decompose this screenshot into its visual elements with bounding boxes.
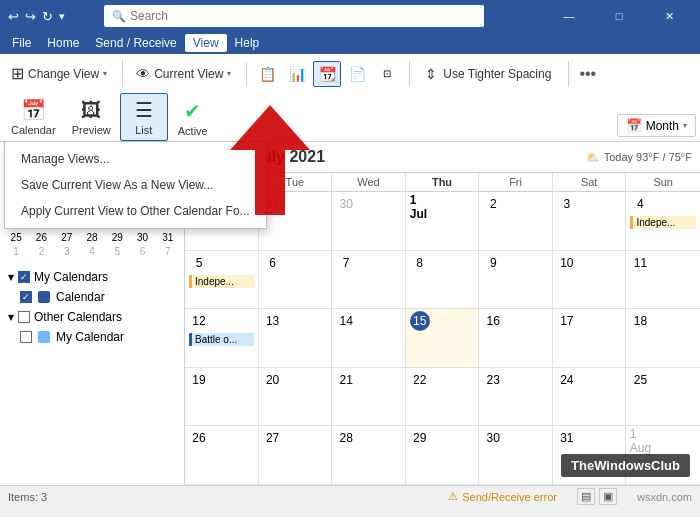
cal-cell[interactable]: 7	[332, 251, 406, 309]
other-calendar-item[interactable]: My Calendar	[8, 328, 176, 346]
forward-icon[interactable]: ↪	[25, 9, 36, 24]
cal-date[interactable]: 15	[410, 311, 430, 331]
my-calendars-checkbox[interactable]: ✓	[18, 271, 30, 283]
close-button[interactable]: ✕	[646, 0, 692, 32]
maximize-button[interactable]: □	[596, 0, 642, 32]
search-box[interactable]: 🔍	[104, 5, 484, 27]
tighter-spacing-button[interactable]: ⇕ Use Tighter Spacing	[416, 61, 560, 87]
cal-date[interactable]: 21	[336, 370, 356, 390]
cal-cell[interactable]: 23	[479, 368, 553, 426]
cal-date[interactable]: 5	[189, 253, 209, 273]
cal-cell[interactable]: 29	[259, 192, 333, 250]
mini-cal-day[interactable]: 4	[80, 245, 104, 258]
cal-cell[interactable]: 16	[479, 309, 553, 367]
cal-cell[interactable]: 27	[259, 426, 333, 484]
mini-cal-day[interactable]: 31	[156, 231, 180, 244]
cal-date[interactable]: 30	[336, 194, 356, 214]
layout-icon-1[interactable]: ▤	[577, 488, 595, 505]
calendar-item[interactable]: ✓ Calendar	[8, 288, 176, 306]
other-calendars-checkbox[interactable]	[18, 311, 30, 323]
cal-date[interactable]: 12	[189, 311, 209, 331]
cal-date[interactable]: 22	[410, 370, 430, 390]
current-view-button[interactable]: 👁 Current View ▾	[129, 62, 238, 86]
cal-date[interactable]: 26	[189, 428, 209, 448]
cal-date[interactable]: 17	[557, 311, 577, 331]
search-input[interactable]	[130, 9, 476, 23]
cal-date[interactable]: 30	[483, 428, 503, 448]
cal-cell[interactable]: 11	[626, 251, 700, 309]
cal-cell[interactable]: 19	[185, 368, 259, 426]
cal-cell[interactable]: 29	[406, 426, 480, 484]
mini-cal-day[interactable]: 6	[130, 245, 154, 258]
mini-cal-day[interactable]: 2	[29, 245, 53, 258]
layout-icon-2[interactable]: ▣	[599, 488, 617, 505]
menu-view[interactable]: View	[185, 34, 227, 52]
cal-cell[interactable]: 9	[479, 251, 553, 309]
cal-cell[interactable]: 12Battle o...	[185, 309, 259, 367]
cal-date[interactable]: 3	[557, 194, 577, 214]
cal-date[interactable]: 11	[630, 253, 650, 273]
cal-date[interactable]: 29	[410, 428, 430, 448]
cal-cell[interactable]: 3	[553, 192, 627, 250]
menu-send-receive[interactable]: Send / Receive	[87, 34, 184, 52]
cal-date[interactable]: 19	[189, 370, 209, 390]
cal-cell[interactable]: 28	[332, 426, 406, 484]
cal-cell[interactable]: 8	[406, 251, 480, 309]
mini-cal-day[interactable]: 27	[55, 231, 79, 244]
cal-cell[interactable]: 5Indepe...	[185, 251, 259, 309]
mini-cal-day[interactable]: 7	[156, 245, 180, 258]
cal-date[interactable]: 27	[263, 428, 283, 448]
mini-cal-day[interactable]: 30	[130, 231, 154, 244]
overflow-icon[interactable]: ▾	[59, 10, 65, 23]
dropdown-item-apply[interactable]: Apply Current View to Other Calendar Fo.…	[5, 198, 266, 224]
layout-week-button[interactable]: 📊	[283, 61, 311, 87]
mini-cal-day[interactable]: 5	[105, 245, 129, 258]
cal-date[interactable]: 31	[557, 428, 577, 448]
cal-cell[interactable]: 21	[332, 368, 406, 426]
cal-cell[interactable]: 10	[553, 251, 627, 309]
cal-cell[interactable]: 15	[406, 309, 480, 367]
cal-cell[interactable]: 18	[626, 309, 700, 367]
cal-cell[interactable]: 14	[332, 309, 406, 367]
mini-cal-day[interactable]: 3	[55, 245, 79, 258]
cal-date[interactable]: 4	[630, 194, 650, 214]
event-pill[interactable]: Indepe...	[630, 216, 696, 229]
cal-cell[interactable]: 17	[553, 309, 627, 367]
other-calendar-checkbox[interactable]	[20, 331, 32, 343]
cal-date[interactable]: 8	[410, 253, 430, 273]
cal-date[interactable]: 28	[336, 428, 356, 448]
minimize-button[interactable]: —	[546, 0, 592, 32]
menu-help[interactable]: Help	[227, 34, 268, 52]
cal-cell[interactable]: 6	[259, 251, 333, 309]
month-view-button[interactable]: 📅 Month ▾	[617, 114, 696, 137]
dropdown-item-save[interactable]: Save Current View As a New View...	[5, 172, 266, 198]
cal-date[interactable]: 6	[263, 253, 283, 273]
cal-cell[interactable]: 13	[259, 309, 333, 367]
layout-month-button[interactable]: 📆	[313, 61, 341, 87]
cal-date[interactable]: 20	[263, 370, 283, 390]
calendar-checkbox[interactable]: ✓	[20, 291, 32, 303]
menu-home[interactable]: Home	[39, 34, 87, 52]
event-pill[interactable]: Battle o...	[189, 333, 254, 346]
cal-date[interactable]: 23	[483, 370, 503, 390]
cal-cell[interactable]: 22	[406, 368, 480, 426]
layout-schedule-button[interactable]: 📄	[343, 61, 371, 87]
cal-cell[interactable]: 4Indepe...	[626, 192, 700, 250]
cal-date[interactable]: 16	[483, 311, 503, 331]
event-pill[interactable]: Indepe...	[189, 275, 254, 288]
other-calendars-header[interactable]: ▾ Other Calendars	[8, 306, 176, 328]
mini-cal-day[interactable]: 25	[4, 231, 28, 244]
cal-date[interactable]: 1 Aug	[630, 431, 650, 451]
menu-file[interactable]: File	[4, 34, 39, 52]
view-btn-list[interactable]: ☰ List	[120, 93, 168, 141]
my-calendars-header[interactable]: ▾ ✓ My Calendars	[8, 266, 176, 288]
back-icon[interactable]: ↩	[8, 9, 19, 24]
mini-cal-day[interactable]: 1	[4, 245, 28, 258]
mini-cal-day[interactable]: 29	[105, 231, 129, 244]
dropdown-item-manage[interactable]: Manage Views...	[5, 146, 266, 172]
cal-date[interactable]: 2	[483, 194, 503, 214]
view-btn-calendar[interactable]: 📅 Calendar	[4, 93, 63, 141]
cal-date[interactable]: 18	[630, 311, 650, 331]
cal-date[interactable]: 24	[557, 370, 577, 390]
cal-cell[interactable]: 2	[479, 192, 553, 250]
